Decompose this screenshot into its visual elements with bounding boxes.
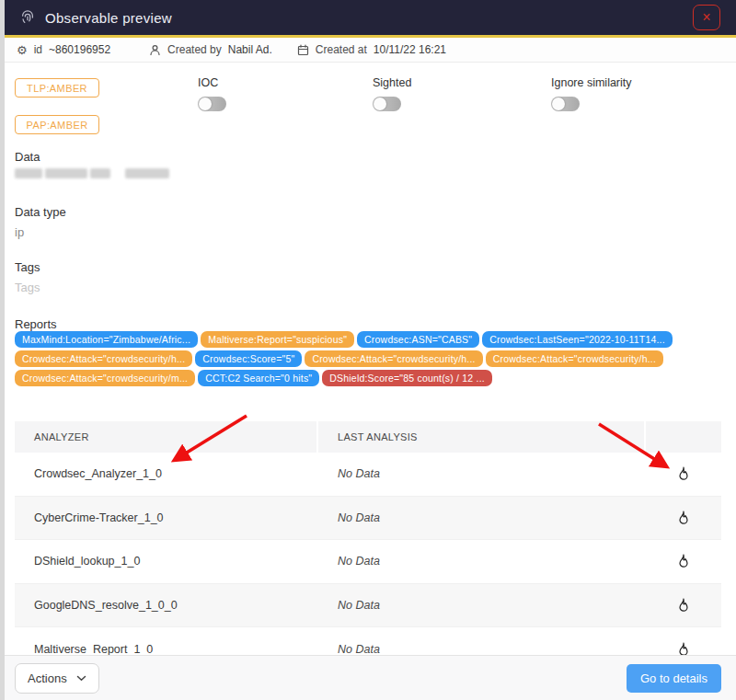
ioc-toggle-group: IOC	[198, 76, 226, 111]
sighted-toggle[interactable]	[373, 97, 401, 111]
run-analyzer-flame-icon[interactable]	[646, 641, 721, 655]
report-chip[interactable]: MaxMind:Location="Zimbabwe/Afric...	[15, 331, 198, 348]
report-chip[interactable]: Crowdsec:ASN="CABS"	[357, 331, 479, 348]
report-chip[interactable]: Crowdsec:Score="5"	[195, 350, 302, 367]
meta-created-by: Created by Nabil Ad.	[149, 43, 272, 56]
reports-label: Reports	[15, 317, 57, 331]
modal-title: Observable preview	[45, 10, 172, 26]
meta-created-at: Created at 10/11/22 16:21	[297, 43, 446, 56]
data-label: Data	[15, 150, 40, 164]
analyzer-name: DShield_lookup_1_0	[15, 555, 318, 568]
run-analyzer-flame-icon[interactable]	[646, 597, 721, 614]
table-row: DShield_lookup_1_0No Data	[15, 540, 721, 584]
modal-footer: Actions Go to details	[0, 655, 736, 700]
page-edge-gutter	[0, 0, 5, 700]
close-icon: ×	[702, 10, 710, 25]
analyzer-table-header: ANALYZER LAST ANALYSIS	[15, 421, 721, 453]
last-analysis-value: No Data	[318, 467, 646, 480]
ioc-toggle[interactable]	[198, 97, 226, 111]
created-by-label: Created by	[167, 43, 222, 56]
ioc-label: IOC	[198, 76, 226, 89]
run-analyzer-flame-icon[interactable]	[646, 553, 721, 569]
last-analysis-value: No Data	[318, 511, 646, 524]
table-row: Crowdsec_Analyzer_1_0No Data	[15, 453, 721, 497]
tlp-badge[interactable]: TLP:AMBER	[15, 78, 99, 98]
table-row: GoogleDNS_resolve_1_0_0No Data	[15, 584, 721, 628]
last-analysis-value: No Data	[318, 643, 646, 655]
report-chip[interactable]: Crowdsec:Attack="crowdsecurity/h...	[305, 350, 482, 367]
report-chip[interactable]: Maltiverse:Report="suspicious"	[201, 331, 354, 348]
tags-label: Tags	[15, 260, 40, 274]
observable-preview-modal: Observable preview × ⚙ id ~860196952 Cre…	[0, 0, 736, 700]
analyzer-name: CyberCrime-Tracker_1_0	[15, 511, 318, 524]
column-header-analyzer: ANALYZER	[15, 421, 318, 453]
created-at-value: 10/11/22 16:21	[374, 43, 446, 56]
analyzer-table: ANALYZER LAST ANALYSIS Crowdsec_Analyzer…	[15, 421, 721, 655]
sighted-toggle-group: Sighted	[373, 76, 411, 111]
actions-button[interactable]: Actions	[15, 663, 99, 694]
report-chip[interactable]: Crowdsec:Attack="crowdsecurity/m...	[15, 370, 195, 386]
report-chips: MaxMind:Location="Zimbabwe/Afric...Malti…	[15, 331, 723, 386]
meta-id: ⚙ id ~860196952	[17, 43, 110, 56]
chevron-down-icon	[76, 675, 86, 682]
gear-icon: ⚙	[17, 44, 28, 56]
table-row: CyberCrime-Tracker_1_0No Data	[15, 497, 721, 541]
id-label: id	[34, 43, 42, 56]
run-analyzer-flame-icon[interactable]	[646, 510, 721, 526]
actions-button-label: Actions	[28, 671, 67, 685]
report-chip[interactable]: Crowdsec:Attack="crowdsecurity/h...	[15, 350, 192, 367]
accent-divider	[0, 35, 736, 38]
analyzer-name: Crowdsec_Analyzer_1_0	[15, 467, 318, 480]
report-chip[interactable]: DShield:Score="85 count(s) / 12 ...	[322, 370, 492, 386]
meta-bar: ⚙ id ~860196952 Created by Nabil Ad.	[0, 38, 736, 63]
modal-titlebar: Observable preview ×	[0, 0, 736, 35]
calendar-icon	[297, 44, 309, 56]
go-to-details-button[interactable]: Go to details	[627, 664, 721, 693]
report-chip[interactable]: Crowdsec:LastSeen="2022-10-11T14...	[482, 331, 673, 348]
last-analysis-value: No Data	[318, 599, 646, 612]
ignore-similarity-toggle[interactable]	[551, 97, 580, 111]
sighted-label: Sighted	[373, 76, 411, 89]
tags-input[interactable]: Tags	[15, 281, 40, 294]
last-analysis-value: No Data	[318, 555, 646, 568]
column-header-last-analysis: LAST ANALYSIS	[318, 421, 646, 453]
data-type-value: ip	[15, 225, 24, 239]
id-value: ~860196952	[49, 43, 110, 56]
created-by-value: Nabil Ad.	[228, 43, 272, 56]
close-button[interactable]: ×	[693, 5, 720, 30]
ignore-similarity-label: Ignore similarity	[551, 76, 632, 89]
person-icon	[149, 44, 161, 56]
analyzer-name: GoogleDNS_resolve_1_0_0	[15, 599, 318, 612]
analyzer-name: Maltiverse_Report_1_0	[15, 643, 318, 655]
pap-badge[interactable]: PAP:AMBER	[15, 115, 99, 134]
report-chip[interactable]: CCT:C2 Search="0 hits"	[198, 370, 319, 386]
data-type-label: Data type	[15, 205, 66, 219]
run-analyzer-flame-icon[interactable]	[646, 465, 721, 482]
column-header-actions	[646, 421, 721, 453]
data-value-redacted	[15, 168, 169, 178]
analyzer-table-body: Crowdsec_Analyzer_1_0No Data CyberCrime-…	[15, 453, 721, 655]
created-at-label: Created at	[316, 43, 367, 56]
report-chip[interactable]: Crowdsec:Attack="crowdsecurity/h...	[486, 350, 663, 367]
ignore-similarity-toggle-group: Ignore similarity	[551, 76, 632, 111]
table-row: Maltiverse_Report_1_0No Data	[15, 627, 721, 655]
fingerprint-icon	[19, 9, 36, 26]
